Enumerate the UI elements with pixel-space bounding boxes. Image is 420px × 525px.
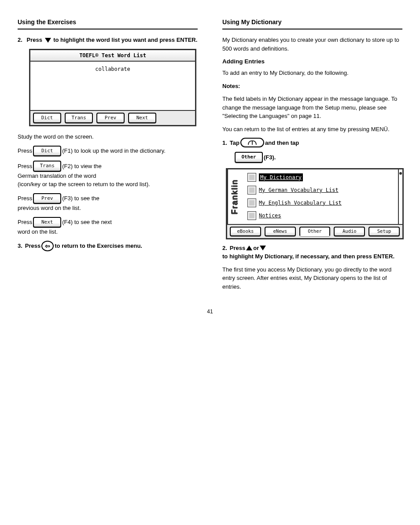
trans-button[interactable]: Trans [33,161,61,172]
adding-entries-head: Adding Entries [222,57,402,66]
tab-other[interactable]: Other [299,227,331,236]
down-arrow-icon [260,246,266,250]
dict-after: (F1) to look up the word in the dictiona… [62,147,166,155]
left-step2-before: Press [26,37,44,43]
other-button[interactable]: Other [235,152,263,163]
back-arrow-icon [41,241,54,251]
list-item[interactable]: Notices [247,209,396,222]
right-afterstep2: The first time you access My Dictionary,… [222,265,402,291]
right-step1-mid: and then tap [265,139,299,147]
list-item[interactable]: My German Vocabulary List [247,184,396,197]
left-step3-after: to return to the Exercises menu. [55,242,142,250]
next-button[interactable]: Next [33,217,61,228]
right-step2-before: Press [230,244,245,253]
notes-head: Notes: [222,83,240,89]
right-section-title: Using My Dictionary [222,18,402,29]
tab-audio[interactable]: Audio [334,227,365,236]
screenshot-library: Franklin My Dictionary My German Vocabul… [226,168,404,239]
brand-label: Franklin [227,169,245,224]
right-step1-num: 1. [222,139,227,147]
book-icon [247,198,256,207]
tab-enews[interactable]: eNews [265,227,296,236]
list-item-label: Notices [259,212,281,220]
right-step2-num: 2. [222,244,227,253]
next-after: (F4) to see the next [62,218,112,227]
prev-line2: previous word on the list. [18,204,198,213]
page-number: 41 [18,308,402,316]
down-arrow-icon [45,38,51,43]
tab-setup[interactable]: Setup [368,227,400,236]
list-item-label: My Dictionary [259,173,303,181]
trans-before: Press [18,162,32,171]
book-icon [247,211,256,220]
right-step1-after: (F3). [264,153,276,162]
right-step2-mid: or [253,244,259,253]
next-before: Press [18,218,32,227]
trans-after: (F2) to view the [62,162,102,171]
dict-button[interactable]: Dict [33,146,61,157]
scr1-btn-trans[interactable]: Trans [65,113,93,124]
list-item[interactable]: My Dictionary [247,171,396,184]
right-intro1: My Dictionary enables you to create your… [222,36,402,53]
prev-after: (F3) to see the [62,194,99,203]
dict-before: Press [18,147,32,155]
screenshot1-title: TOEFL® Test Word List [30,50,195,62]
left-step2-after: to highlight the word list you want and … [52,37,175,43]
left-step2-enter: ENTER [175,37,196,43]
book-icon [247,186,256,195]
right-step1-text: Tap [230,139,239,147]
left-section-title: Using the Exercises [18,18,198,29]
list-item-label: My English Vocabulary List [259,199,342,207]
screenshot1-word: collaborate [95,66,130,72]
library-list: My Dictionary My German Vocabulary List … [245,169,398,224]
right-step2-after: to highlight My Dictionary, if necessary… [222,252,394,261]
list-item-label: My German Vocabulary List [259,186,339,194]
right-intro2: To add an entry to My Dictionary, do the… [222,69,402,77]
book-icon [247,173,256,182]
left-step2-period: . [196,37,198,43]
trans-line3: (icon/key or tap the screen to return to… [18,180,198,189]
scrollbar[interactable] [398,169,402,224]
scr1-btn-next[interactable]: Next [128,113,156,124]
screenshot-word-list: TOEFL® Test Word List collaborate Dict T… [29,49,196,127]
prev-before: Press [18,194,32,203]
note-2: You can return to the list of entries at… [222,125,402,134]
up-arrow-icon [246,246,252,250]
study-line: Study the word on the screen. [18,132,198,141]
left-step3-num: 3. [18,242,22,250]
tab-ebooks[interactable]: eBooks [230,227,261,236]
scr1-btn-dict[interactable]: Dict [33,113,61,124]
next-line2: word on the list. [18,228,198,236]
left-step2-text: Press to highlight the word list you wan… [26,37,197,43]
scr1-btn-prev[interactable]: Prev [96,113,125,124]
library-icon[interactable] [240,138,264,147]
prev-button[interactable]: Prev [33,193,61,204]
left-step3-before: Press [25,242,41,250]
list-item[interactable]: My English Vocabulary List [247,197,396,209]
left-step2-num: 2. [18,36,22,44]
note-1: The field labels in My Dictionary appear… [222,95,402,121]
trans-line2: German translation of the word [18,172,198,180]
